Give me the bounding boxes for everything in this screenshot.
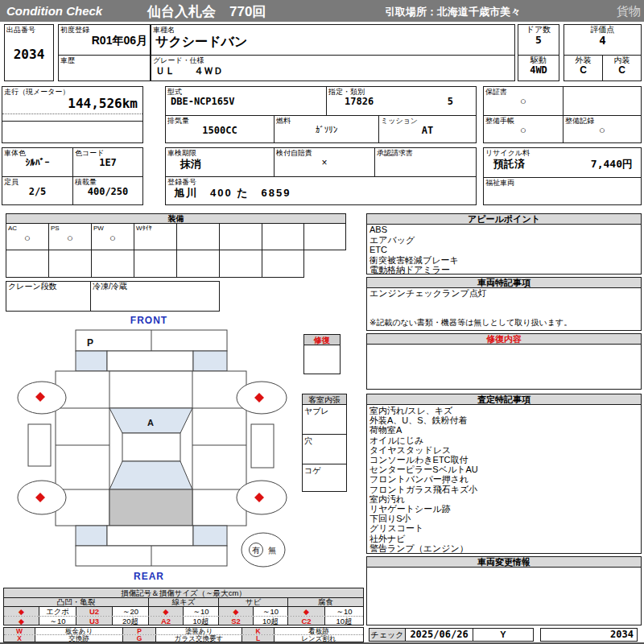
check-number-box: 2034 [540,628,638,642]
legend-code-s2: S2 [219,617,254,625]
welfare-vehicle-label: 福祉車両 [484,178,641,187]
equipment-ac-value: ○ [6,233,48,244]
appeal-item: ETC [367,245,641,255]
cabin-row-tear: ヤブレ [303,405,346,435]
front-center-panel [107,351,193,371]
appeal-points-title: アピールポイント [367,214,641,225]
legend-code-c2: C2 [288,617,325,625]
engine-spec-box: 型式 DBE-NCP165V 指定・類別 17826 5 排気量 1500CC … [165,86,477,143]
legend-code-l: L [242,635,275,642]
assessment-item: フロントガラス飛石キズ小 [367,485,641,494]
drive-label: 駆動 [518,56,559,64]
assessment-item: 下回りS小 [367,514,641,523]
left-side-panel [28,424,51,466]
capacity-label: 定員 [2,177,72,186]
legend-code-x-label: 交換跡 [35,635,123,642]
model-name-value: サクシードバン [151,34,514,51]
rear-right-corner-panel [193,526,227,546]
cargo-floor-panel [109,489,192,526]
interior-label: 内装 [603,56,641,64]
class-number-value1: 17826 [345,96,374,107]
inspection-registration-box: 車検期限 抹消 検付自賠責 × 承認請求書 登録番号 旭川 400 た 6859 [165,147,477,205]
assessment-item: オイルにじみ [367,436,641,445]
vehicle-notes-title: 車両特記事項 [367,278,641,288]
insurance-value: × [275,157,374,168]
inspection-expiry-label: 車検期限 [166,148,274,157]
equipment-pw-value: ○ [92,233,134,244]
displacement-label: 排気量 [166,116,274,125]
diamond-icon: ◆ [149,607,184,616]
exhibit-number-value: 2034 [5,47,53,62]
presence-no-label: 無 [268,546,276,555]
capacity-value: 2/5 [2,186,72,197]
grade-label: グレード・仕様 [151,56,514,64]
doors-drive-box: ドア数 5 駆動 4WD [518,24,559,81]
legend-group-corrosion: 腐食 [288,598,363,606]
hood-mark: A [147,418,154,427]
first-registration-label: 初度登録 [59,25,150,34]
equipment-empty-cell [262,224,304,250]
legend-code-w-label: 板金あり [35,628,123,634]
repair-content-title: 修復内容 [367,334,641,345]
repair-mini-box: 修復 [303,334,341,374]
interior-grade-value: C [603,64,641,76]
legend-code-u3: U3 [76,617,113,625]
repair-mini-title: 修復 [304,335,340,345]
legend-code-g-label: ガラス交換要す [156,635,242,642]
legend-group-scratch: 線キズ [149,598,219,606]
legend-corrosion-size-1: ～10 [325,607,363,616]
legend-code-k: K [242,628,275,634]
registration-number-label: 登録番号 [166,177,476,186]
class-number-label: 指定・類別 [327,87,476,96]
color-code-value: 1E7 [73,157,142,168]
color-capacity-box: 車体色 ｼﾙﾊﾞｰ 色コード 1E7 定員 2/5 積載量 400/250 [2,147,143,205]
vehicle-note-item: エンジンチェックランプ点灯 [367,288,641,299]
registration-history-box: 初度登録 R01年06月 車歴 [58,24,151,81]
equipment-empty-cell [134,250,177,277]
diamond-icon: ◆ [288,607,325,616]
damage-legend-title: 損傷記号＆損傷サイズ（～最大cm） [4,588,363,598]
doors-label: ドア数 [518,25,559,34]
rear-center-panel [107,526,193,546]
grade-value: ＵＬ ４ＷＤ [151,64,514,78]
auction-condition-sheet: Condition Check 仙台入札会 770回 引取場所：北海道千歳市美々… [0,0,644,644]
check-box: チェック 2025/06/26 Y [369,628,534,642]
body-color-value: ｼﾙﾊﾞｰ [2,157,72,168]
app-header: Condition Check 仙台入札会 770回 引取場所：北海道千歳市美々… [0,0,644,22]
load-capacity-label: 積載量 [73,177,142,186]
legend-code-p: P [123,628,156,634]
check-inspector: Y [473,629,533,641]
legend-scratch-size-1: ～10 [184,607,219,616]
drive-value: 4WD [518,64,559,76]
roof-panel [122,433,180,461]
appeal-points-box: アピールポイント ABS エアバッグ ETC 衝突被害軽減ブレーキ 電動格納ドア… [366,213,642,275]
approval-request-label: 承認請求書 [375,148,476,157]
car-history-label: 車歴 [59,56,150,64]
legend-code-l-label: レンズ割れ [275,635,363,642]
model-name-label: 車種名 [151,25,514,34]
change-info-title: 車両変更情報 [367,557,641,568]
repair-content-box: 修復内容 [366,333,642,390]
crane-freezer-box: クレーン段数 冷凍/冷蔵 [6,281,220,312]
equipment-empty-cell [304,224,345,250]
crane-label: クレーン段数 [6,282,90,291]
score-value: 4 [564,34,641,47]
equipment-empty-cell [262,250,303,277]
appeal-item: エアバッグ [367,235,641,246]
appeal-item: 衝突被害軽減ブレーキ [367,255,641,266]
legend-code-u2: U2 [76,607,113,616]
fuel-value: ｶﾞｿﾘﾝ [275,125,378,134]
legend-code-x: X [4,635,35,642]
assessment-item: タイヤスタッドレス [367,445,641,455]
vehicle-notes-footnote: ※記載のない書類・機器等は無しとして取り扱います。 [369,317,572,328]
front-right-corner-panel [193,351,227,371]
registration-number-value: 旭川 400 た 6859 [166,186,476,200]
service-record-value: ○ [564,125,641,136]
legend-dent-size-1: ～20 [113,607,149,616]
inspection-expiry-value: 抹消 [166,157,274,171]
equipment-empty-cell [220,224,262,250]
exterior-label: 外装 [564,56,602,64]
equipment-box: 装備 AC ○ PS ○ PW ○ Wﾀｲﾔ [6,213,346,250]
cabin-interior-box: 客室内張 ヤブレ 穴 コゲ [302,394,347,492]
auction-title: 仙台入札会 770回 [147,2,266,21]
